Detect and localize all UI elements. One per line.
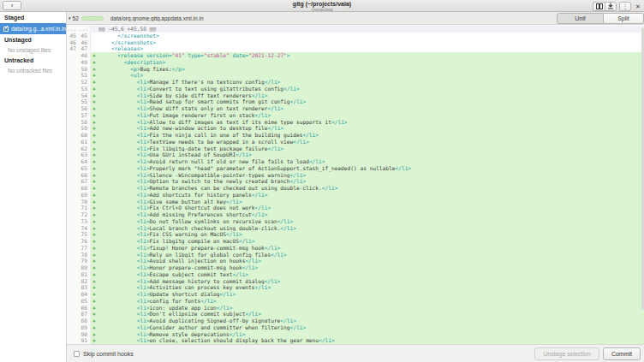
diff-line[interactable]: 58+ <li>Allow to diff images as text if … <box>67 119 644 126</box>
diff-line[interactable]: 4646 </screenshots> <box>67 39 644 46</box>
code-text: <li>Manage if there's no textconv config… <box>98 79 644 86</box>
diff-line[interactable]: 56+ <li>Show diff stats only on text ren… <box>67 105 644 112</box>
diff-line[interactable]: 52+ <li>Manage if there's no textconv co… <box>67 79 644 86</box>
back-button[interactable]: ‹ <box>3 1 21 10</box>
diff-line[interactable]: 4747 <releases> <box>67 45 644 52</box>
vertical-scrollbar[interactable] <box>641 26 644 344</box>
sidebar-item-file[interactable]: data/org.g...a.xml.in.in <box>0 23 66 34</box>
diff-line[interactable]: 71+ <li>Fix Ctrl+O shortcut does not wor… <box>67 205 644 211</box>
diff-line[interactable]: 79+ <li>Avoid shell injection on hooks</… <box>67 258 644 264</box>
save-patch-button[interactable] <box>605 2 617 11</box>
diff-line[interactable]: 49+ <description> <box>67 59 644 66</box>
diff-line[interactable]: 51+ <ul> <box>67 72 644 79</box>
diff-marker: + <box>91 185 98 192</box>
diff-line[interactable]: 55+ <li>Read setup for smart commits fro… <box>67 98 644 105</box>
commit-button[interactable]: Commit <box>603 347 641 360</box>
unstage-selection-button[interactable]: Unstage selection <box>534 347 599 360</box>
diff-line[interactable]: 86+ <li>icon: update app icon</li> <box>67 305 644 312</box>
window-close-button[interactable]: ✕ <box>634 2 642 11</box>
diff-line[interactable]: 60+ <li>Fix the ninja call in one of the… <box>67 132 644 139</box>
diff-line[interactable]: 62+ <li>Fix libgitg-date test package fa… <box>67 145 644 152</box>
diff-line[interactable]: 73+ <li>Do not follow symlinks on recurs… <box>67 218 644 225</box>
old-line-number <box>67 165 79 172</box>
unified-view-button[interactable]: Unif <box>557 13 604 24</box>
new-line-number: 71 <box>79 205 91 211</box>
diff-line[interactable]: 84+ <li>Update shortcut dialog</li> <box>67 291 644 298</box>
split-view-button[interactable]: Split <box>604 13 644 24</box>
diff-line[interactable]: 91+ <li>on close, selection should displ… <box>67 337 644 344</box>
diff-marker: + <box>91 231 98 238</box>
diff-marker: + <box>91 119 98 126</box>
diff-line[interactable]: 59+ <li>Add new-window action to desktop… <box>67 125 644 132</box>
old-line-number: ... <box>67 26 79 33</box>
columns-view-button[interactable] <box>593 2 605 11</box>
gitg-window: ‹ gitg (~/projects/vala) metadata <box>0 0 644 362</box>
diff-marker: + <box>91 238 98 245</box>
diff-line[interactable]: 57+ <li>Put image renderer first on stac… <box>67 112 644 119</box>
diff-line[interactable]: 85+ <li>config for fonts</li> <box>67 298 644 305</box>
code-text: @@ -45,6 +45,58 @@ <box>98 26 644 33</box>
new-line-number: 66 <box>79 172 91 179</box>
diff-line[interactable]: 65+ <li>Properly mark "head" parameter o… <box>67 165 644 172</box>
old-line-number <box>67 225 79 232</box>
new-line-number: 47 <box>79 45 91 52</box>
diff-line[interactable]: 90+ <li>Remove style deprecations</li> <box>67 331 644 338</box>
code-text: <li>TextView needs to be wrapped in a sc… <box>98 139 644 145</box>
code-text: <li>Avoid return null if old or new file… <box>98 158 644 165</box>
diff-line[interactable]: 74+ <li>Local branch checkout using doub… <box>67 225 644 232</box>
diff-marker: + <box>91 145 98 152</box>
diff-line[interactable]: 50+ <p>Bug fixes:</p> <box>67 66 644 73</box>
diff-marker: + <box>91 125 98 132</box>
menu-button[interactable]: ⋮ <box>619 2 631 11</box>
code-text: <li>fixup! Honor prepare-commit-msg hook… <box>98 245 644 252</box>
old-line-number <box>67 119 79 126</box>
changes-count: 52 <box>73 15 79 21</box>
diff-line[interactable]: 87+ <li>Don't ellipsize commit subject</… <box>67 311 644 317</box>
diff-line[interactable]: 61+ <li>TextView needs to be wrapped in … <box>67 139 644 145</box>
old-line-number: 46 <box>67 39 79 46</box>
new-line-number: 55 <box>79 98 91 105</box>
diff-line[interactable]: 53+ <li>Convert to text using gitattribu… <box>67 86 644 92</box>
diff-line[interactable]: 72+ <li>Add missing Preferences shortcut… <box>67 211 644 218</box>
old-line-number <box>67 98 79 105</box>
diff-line[interactable]: 75+ <li>Fix CSS warning on MacOS</li> <box>67 231 644 238</box>
code-text: <li>Silence -Wincompatible-pointer-types… <box>98 172 644 179</box>
new-line-number: 73 <box>79 218 91 225</box>
diff-line[interactable]: 4545 </screenshot> <box>67 33 644 39</box>
diff-line[interactable]: 48+ <release version="41" type="stable" … <box>67 52 644 59</box>
new-line-number: 70 <box>79 199 91 205</box>
diff-line[interactable]: 63+ <li>Use GUri instead of SoupURI</li> <box>67 151 644 158</box>
diff-marker: + <box>91 311 98 317</box>
diff-line[interactable]: 80+ <li>Honor prepare-commit-msg hook</l… <box>67 264 644 271</box>
code-text: <li>Fix the ninja call in one of the bui… <box>98 132 644 139</box>
code-text: <ul> <box>98 72 644 79</box>
diff-line[interactable]: 77+ <li>fixup! Honor prepare-commit-msg … <box>67 245 644 252</box>
diff-line[interactable]: 88+ <li>Avoid duplicating Signed-off-by … <box>67 317 644 324</box>
diff-line[interactable]: 67+ <li>Option to switch to the newly cr… <box>67 178 644 185</box>
diff-line[interactable]: 69+ <li>Add shortcuts for history panels… <box>67 192 644 199</box>
diff-line[interactable]: 78+ <li>Rely on libgit for global config… <box>67 252 644 258</box>
sidebar-empty-label: No untracked files <box>0 66 66 75</box>
new-line-number: 75 <box>79 231 91 238</box>
old-line-number <box>67 291 79 298</box>
diff-line[interactable]: 66+ <li>Silence -Wincompatible-pointer-t… <box>67 172 644 179</box>
diff-line[interactable]: 68+ <li>Remote branches can be checked o… <box>67 185 644 192</box>
old-line-number <box>67 151 79 158</box>
code-text: <li>Add message history to commit dialog… <box>98 278 644 285</box>
diff-marker: + <box>91 52 98 59</box>
diff-line[interactable]: 89+ <li>Consider author and committer wh… <box>67 324 644 331</box>
diff-marker: + <box>91 271 98 278</box>
diff-line[interactable]: 81+ <li>Escape subject commit text</li> <box>67 271 644 278</box>
diff-line[interactable]: 76+ <li>Fix libgitg compile on macOS</li… <box>67 238 644 245</box>
diff-marker: + <box>91 172 98 179</box>
skip-commit-hooks-checkbox[interactable] <box>74 351 80 357</box>
diff-marker: + <box>91 317 98 324</box>
new-line-number: 74 <box>79 225 91 232</box>
diff-line[interactable]: 54+ <li>Side by side diff text renderers… <box>67 92 644 99</box>
diff-line[interactable]: 83+ <li>Activities can process key event… <box>67 284 644 291</box>
expander-icon[interactable]: ▾ <box>69 16 71 21</box>
diff-line[interactable]: 70+ <li>Give some button alt key</li> <box>67 199 644 205</box>
scrollbar-thumb[interactable] <box>641 27 644 310</box>
diff-line[interactable]: 64+ <li>Avoid return null if old or new … <box>67 158 644 165</box>
diff-line[interactable]: 82+ <li>Add message history to commit di… <box>67 278 644 285</box>
